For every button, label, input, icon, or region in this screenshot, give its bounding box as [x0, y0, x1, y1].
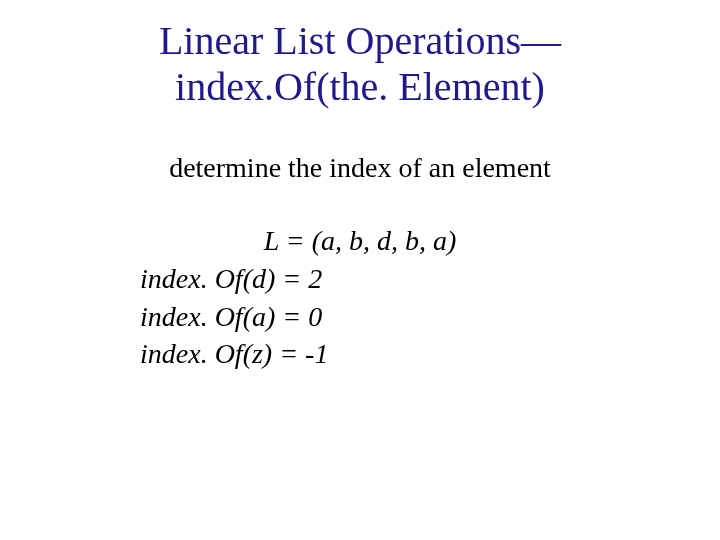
- list-definition: L = (a, b, d, b, a): [0, 222, 720, 260]
- slide-body: L = (a, b, d, b, a) index. Of(d) = 2 ind…: [140, 222, 720, 373]
- slide: Linear List Operations— index.Of(the. El…: [0, 0, 720, 540]
- slide-subhead: determine the index of an element: [0, 152, 720, 184]
- example-1: index. Of(d) = 2: [140, 260, 720, 298]
- title-line-2: index.Of(the. Element): [0, 64, 720, 110]
- example-3: index. Of(z) = -1: [140, 335, 720, 373]
- title-line-1: Linear List Operations—: [0, 18, 720, 64]
- slide-title: Linear List Operations— index.Of(the. El…: [0, 0, 720, 110]
- example-2: index. Of(a) = 0: [140, 298, 720, 336]
